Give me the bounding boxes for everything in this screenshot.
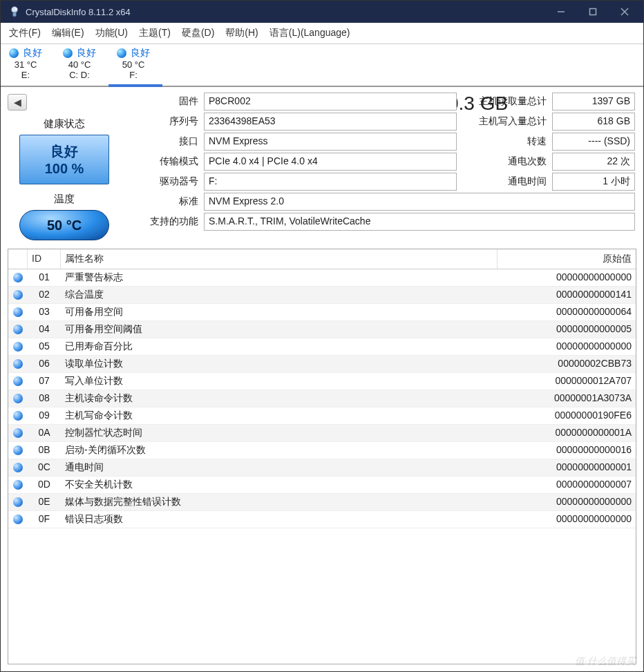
smart-header: ID 属性名称 原始值	[8, 249, 636, 269]
menu-file[interactable]: 文件(F)	[3, 24, 46, 42]
menu-language[interactable]: 语言(L)(Language)	[264, 24, 356, 42]
smart-row[interactable]: 0C通电时间00000000000001	[8, 459, 636, 477]
smart-attr-name: 启动-关闭循环次数	[61, 442, 498, 459]
smart-id: 01	[28, 269, 61, 286]
smart-row[interactable]: 01严重警告标志00000000000000	[8, 269, 636, 287]
menu-help[interactable]: 帮助(H)	[220, 24, 263, 42]
smart-raw-value: 0000000000001A	[498, 425, 636, 441]
status-orb-icon	[8, 373, 28, 390]
svg-rect-4	[590, 9, 596, 15]
firmware-value: P8CR002	[204, 93, 457, 111]
status-orb-icon	[8, 321, 28, 338]
powercount-label: 通电次数	[460, 153, 549, 171]
smart-row[interactable]: 0D不安全关机计数00000000000007	[8, 477, 636, 494]
smart-raw-value: 00000002CBB73	[498, 356, 636, 372]
smart-id: 0C	[28, 459, 61, 476]
prev-disk-button[interactable]: ◀	[8, 94, 27, 111]
menu-function[interactable]: 功能(U)	[90, 24, 133, 42]
disk-tab-drive: F:	[117, 70, 150, 80]
disk-tab-0[interactable]: 良好31 °CE:	[1, 44, 55, 86]
disk-tab-1[interactable]: 良好40 °CC: D:	[55, 44, 108, 86]
header-id[interactable]: ID	[28, 249, 61, 269]
status-orb-icon	[8, 459, 28, 476]
temperature-box[interactable]: 50 °C	[19, 210, 109, 240]
smart-body: 01严重警告标志0000000000000002综合温度000000000001…	[8, 269, 636, 528]
standard-label: 标准	[125, 193, 201, 211]
smart-row[interactable]: 0A控制器忙状态时间0000000000001A	[8, 425, 636, 442]
rotation-value: ---- (SSD)	[552, 133, 635, 151]
smart-attr-name: 主机写命令计数	[61, 407, 498, 424]
hours-label: 通电时间	[460, 173, 549, 191]
smart-row[interactable]: 06读取单位计数00000002CBB73	[8, 356, 636, 373]
serial-label: 序列号	[125, 113, 201, 131]
smart-row[interactable]: 05已用寿命百分比00000000000000	[8, 338, 636, 356]
smart-id: 07	[28, 373, 61, 390]
smart-attr-name: 可用备用空间阈值	[61, 321, 498, 338]
status-orb-icon	[8, 442, 28, 459]
menu-edit[interactable]: 编辑(E)	[46, 24, 90, 42]
disk-tab-temp: 31 °C	[9, 59, 42, 70]
smart-row[interactable]: 0F错误日志项数00000000000000	[8, 511, 636, 528]
smart-id: 0F	[28, 511, 61, 528]
header-attr[interactable]: 属性名称	[61, 249, 498, 269]
smart-id: 03	[28, 304, 61, 320]
menubar: 文件(F) 编辑(E) 功能(U) 主题(T) 硬盘(D) 帮助(H) 语言(L…	[1, 23, 643, 44]
smart-raw-value: 0000000012A707	[498, 373, 636, 390]
drive-label: 驱动器号	[125, 173, 201, 191]
smart-attr-name: 写入单位计数	[61, 373, 498, 390]
smart-raw-value: 00000000000000	[498, 269, 636, 286]
disk-tab-2[interactable]: 良好50 °CF:	[108, 44, 162, 87]
svg-rect-1	[13, 12, 17, 17]
transfer-value: PCIe 4.0 x4 | PCIe 4.0 x4	[204, 153, 457, 171]
smart-raw-value: 00000000000000	[498, 338, 636, 355]
disk-tab-status: 良好	[23, 47, 42, 59]
smart-row[interactable]: 04可用备用空间阈值00000000000005	[8, 321, 636, 338]
smart-row[interactable]: 0E媒体与数据完整性错误计数00000000000000	[8, 494, 636, 511]
menu-theme[interactable]: 主题(T)	[133, 24, 176, 42]
status-orb-icon	[8, 356, 28, 372]
smart-raw-value: 00000001A3073A	[498, 390, 636, 407]
status-panel: 健康状态 良好 100 % 温度 50 °C	[9, 117, 120, 240]
status-orb-icon	[8, 390, 28, 407]
health-status-box[interactable]: 良好 100 %	[19, 135, 109, 184]
smart-row[interactable]: 08主机读命令计数00000001A3073A	[8, 390, 636, 407]
disk-tab-drive: E:	[9, 70, 42, 80]
maximize-button[interactable]	[577, 1, 609, 23]
hostreads-label: 主机读取量总计	[460, 93, 549, 111]
smart-row[interactable]: 0B启动-关闭循环次数00000000000016	[8, 442, 636, 459]
smart-id: 02	[28, 287, 61, 303]
smart-row[interactable]: 07写入单位计数0000000012A707	[8, 373, 636, 390]
health-percent: 100 %	[45, 161, 84, 177]
smart-raw-value: 00000000000001	[498, 459, 636, 476]
interface-value: NVM Express	[204, 133, 457, 151]
smart-raw-value: 00000000000064	[498, 304, 636, 320]
smart-attr-name: 主机读命令计数	[61, 390, 498, 407]
svg-point-2	[15, 8, 17, 10]
content-area: ◀ CT2000T500SSD8 2000.3 GB 健康状态 良好 100 %…	[1, 87, 643, 671]
disk-tab-temp: 40 °C	[63, 59, 96, 70]
smart-id: 0D	[28, 477, 61, 493]
header-raw[interactable]: 原始值	[498, 249, 636, 269]
disk-tabs: 良好31 °CE:良好40 °CC: D:良好50 °CF:	[1, 44, 643, 87]
window-controls	[545, 1, 641, 23]
health-status-text: 良好	[50, 142, 78, 161]
serial-value: 23364398EA53	[204, 113, 457, 131]
close-button[interactable]	[609, 1, 641, 23]
smart-row[interactable]: 03可用备用空间00000000000064	[8, 304, 636, 321]
hours-value: 1 小时	[552, 173, 635, 191]
temp-label: 温度	[54, 193, 75, 206]
status-orb-icon	[8, 304, 28, 320]
smart-table[interactable]: ID 属性名称 原始值 01严重警告标志0000000000000002综合温度…	[8, 249, 636, 664]
drive-value: F:	[204, 173, 457, 191]
disk-tab-status: 良好	[77, 47, 96, 59]
smart-raw-value: 00000000000141	[498, 287, 636, 303]
minimize-button[interactable]	[545, 1, 577, 23]
smart-attr-name: 通电时间	[61, 459, 498, 476]
menu-disk[interactable]: 硬盘(D)	[176, 24, 220, 42]
smart-row[interactable]: 09主机写命令计数00000000190FE6	[8, 407, 636, 425]
header-orb	[8, 249, 28, 269]
hostwrites-label: 主机写入量总计	[460, 113, 549, 131]
smart-raw-value: 00000000000016	[498, 442, 636, 459]
smart-row[interactable]: 02综合温度00000000000141	[8, 287, 636, 304]
smart-attr-name: 不安全关机计数	[61, 477, 498, 493]
